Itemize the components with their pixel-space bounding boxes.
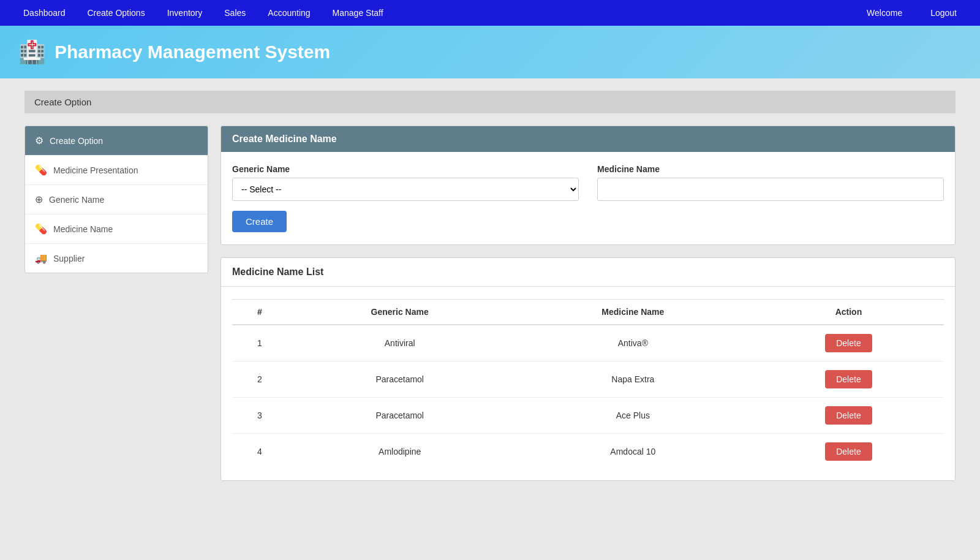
table-card-body: # Generic Name Medicine Name Action 1 An… [221, 287, 955, 480]
header-banner: 🏥 Pharmacy Management System [0, 26, 980, 78]
gear-icon: ⚙ [35, 135, 43, 146]
medicine-icon: 💊 [35, 223, 47, 235]
sidebar-create-option-label: Create Option [50, 136, 103, 146]
sidebar-supplier-label: Supplier [53, 254, 85, 263]
table-head: # Generic Name Medicine Name Action [232, 300, 944, 325]
nav-manage-staff[interactable]: Manage Staff [322, 0, 394, 26]
table-row: 4 Amlodipine Amdocal 10 Delete [232, 434, 944, 470]
page-container: Create Option ⚙ Create Option 💊 Medicine… [0, 78, 980, 493]
delete-button[interactable]: Delete [825, 370, 872, 388]
sidebar-create-option[interactable]: ⚙ Create Option [25, 126, 208, 156]
cell-medicine-name: Ace Plus [513, 398, 753, 434]
cell-generic-name: Paracetamol [287, 361, 513, 398]
cell-generic-name: Paracetamol [287, 398, 513, 434]
cell-medicine-name: Napa Extra [513, 361, 753, 398]
cell-medicine-name: Antiva® [513, 325, 753, 361]
medicine-name-list-card: Medicine Name List # Generic Name Medici… [221, 257, 956, 481]
nav-sales[interactable]: Sales [213, 0, 257, 26]
nav-create-options[interactable]: Create Options [77, 0, 156, 26]
table-row: 1 Antiviral Antiva® Delete [232, 325, 944, 361]
plus-circle-icon: ⊕ [35, 194, 43, 205]
delete-button[interactable]: Delete [825, 334, 872, 352]
medicine-name-table: # Generic Name Medicine Name Action 1 An… [232, 299, 944, 469]
form-card-header: Create Medicine Name [221, 126, 955, 152]
create-button[interactable]: Create [232, 211, 287, 232]
delete-button[interactable]: Delete [825, 442, 872, 461]
cell-action: Delete [753, 325, 944, 361]
medicine-name-label: Medicine Name [597, 164, 944, 174]
pharmacy-icon: 🏥 [18, 39, 46, 65]
col-generic-name: Generic Name [287, 300, 513, 325]
cell-generic-name: Antiviral [287, 325, 513, 361]
nav-accounting[interactable]: Accounting [257, 0, 321, 26]
sidebar-medicine-name[interactable]: 💊 Medicine Name [25, 214, 208, 244]
table-card-header: Medicine Name List [221, 258, 955, 287]
main-content: Create Medicine Name Generic Name -- Sel… [221, 126, 956, 481]
nav-left: Dashboard Create Options Inventory Sales… [12, 0, 856, 26]
sidebar: ⚙ Create Option 💊 Medicine Presentation … [24, 126, 208, 273]
form-card-body: Generic Name -- Select -- Antiviral Para… [221, 152, 955, 244]
pill-icon: 💊 [35, 164, 47, 176]
sidebar-medicine-name-label: Medicine Name [53, 224, 113, 234]
cell-num: 2 [232, 361, 287, 398]
navbar: Dashboard Create Options Inventory Sales… [0, 0, 980, 26]
medicine-name-group: Medicine Name [597, 164, 944, 201]
nav-right: Welcome Logout [856, 0, 968, 26]
sidebar-medicine-presentation-label: Medicine Presentation [53, 165, 138, 175]
nav-dashboard[interactable]: Dashboard [12, 0, 77, 26]
cell-action: Delete [753, 434, 944, 470]
cell-num: 1 [232, 325, 287, 361]
col-medicine-name: Medicine Name [513, 300, 753, 325]
cell-num: 3 [232, 398, 287, 434]
col-num: # [232, 300, 287, 325]
table-body: 1 Antiviral Antiva® Delete 2 Paracetamol… [232, 325, 944, 469]
sidebar-generic-name[interactable]: ⊕ Generic Name [25, 185, 208, 214]
col-action: Action [753, 300, 944, 325]
cell-action: Delete [753, 398, 944, 434]
table-header-row: # Generic Name Medicine Name Action [232, 300, 944, 325]
cell-generic-name: Amlodipine [287, 434, 513, 470]
cell-action: Delete [753, 361, 944, 398]
nav-logout[interactable]: Logout [919, 0, 968, 26]
cell-medicine-name: Amdocal 10 [513, 434, 753, 470]
create-medicine-form-card: Create Medicine Name Generic Name -- Sel… [221, 126, 956, 245]
breadcrumb: Create Option [24, 91, 956, 113]
layout: ⚙ Create Option 💊 Medicine Presentation … [24, 126, 956, 481]
table-row: 3 Paracetamol Ace Plus Delete [232, 398, 944, 434]
sidebar-medicine-presentation[interactable]: 💊 Medicine Presentation [25, 156, 208, 185]
medicine-name-input[interactable] [597, 178, 944, 201]
generic-name-group: Generic Name -- Select -- Antiviral Para… [232, 164, 579, 201]
generic-name-label: Generic Name [232, 164, 579, 174]
app-title: Pharmacy Management System [55, 42, 330, 62]
table-row: 2 Paracetamol Napa Extra Delete [232, 361, 944, 398]
delete-button[interactable]: Delete [825, 406, 872, 425]
form-row: Generic Name -- Select -- Antiviral Para… [232, 164, 944, 201]
nav-welcome: Welcome [856, 0, 913, 26]
cell-num: 4 [232, 434, 287, 470]
sidebar-supplier[interactable]: 🚚 Supplier [25, 244, 208, 273]
sidebar-generic-name-label: Generic Name [49, 195, 104, 205]
nav-inventory[interactable]: Inventory [156, 0, 214, 26]
generic-name-select[interactable]: -- Select -- Antiviral Paracetamol Amlod… [232, 178, 579, 201]
truck-icon: 🚚 [35, 252, 47, 264]
